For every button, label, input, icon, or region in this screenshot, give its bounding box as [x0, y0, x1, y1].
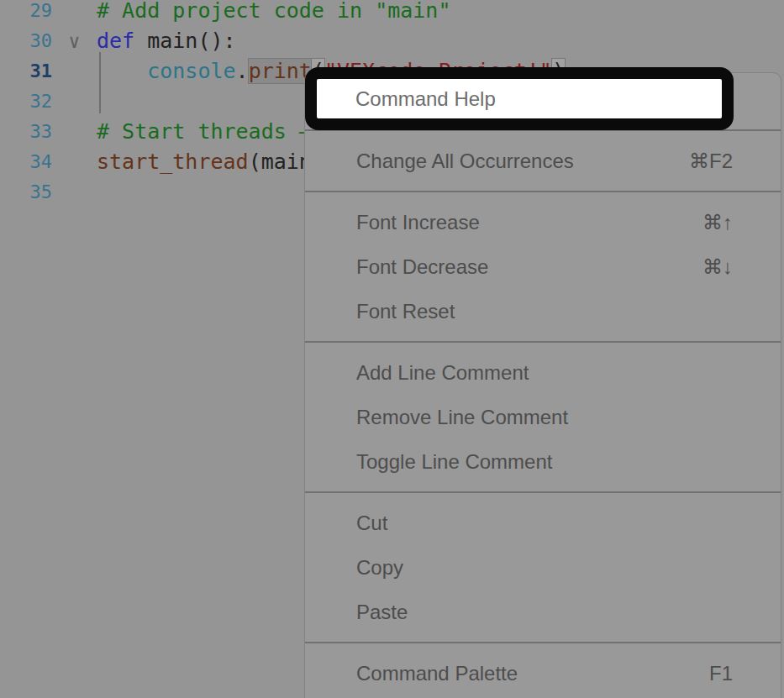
menu-divider — [305, 642, 781, 643]
fold-gutter — [52, 117, 97, 147]
menu-item-add-line-comment[interactable]: Add Line Comment — [305, 350, 781, 395]
code-text[interactable]: # Add project code in "main" — [97, 0, 450, 26]
menu-item-font-increase[interactable]: Font Increase⌘↑ — [305, 200, 781, 244]
token-function-highlighted: print — [249, 59, 312, 83]
menu-item-copy[interactable]: Copy — [305, 545, 781, 590]
token-comment: # Start threads — — [97, 119, 312, 144]
token-comment: # Add project code in "main" — [97, 0, 450, 23]
line-number[interactable]: 30 — [0, 26, 52, 56]
code-line[interactable]: 30∨def main(): — [0, 26, 565, 56]
screen: { "colors": { "pageBg": "#959595", "menu… — [0, 0, 784, 698]
menu-item-command-help-highlight[interactable]: Command Help — [305, 67, 734, 130]
menu-item-command-palette[interactable]: Command PaletteF1 — [305, 651, 781, 695]
line-number[interactable]: 32 — [0, 87, 52, 117]
fold-gutter — [52, 0, 97, 26]
menu-item-label: Font Increase — [356, 211, 480, 234]
context-menu: Command HelpChange All Occurrences⌘F2Fon… — [304, 72, 781, 698]
line-number[interactable]: 35 — [0, 177, 52, 207]
code-line[interactable]: 29# Add project code in "main" — [0, 0, 565, 26]
menu-item-shortcut: ⌘F2 — [689, 150, 733, 173]
token-type: console — [147, 59, 235, 83]
token-plain: main(): — [134, 29, 235, 53]
menu-item-toggle-line-comment[interactable]: Toggle Line Comment — [305, 439, 781, 484]
token-plain: . — [236, 59, 249, 83]
menu-item-paste[interactable]: Paste — [305, 590, 781, 634]
line-number-active[interactable]: 31 — [0, 56, 52, 87]
menu-divider — [305, 491, 781, 493]
menu-item-remove-line-comment[interactable]: Remove Line Comment — [305, 395, 781, 439]
menu-item-label: Command Palette — [356, 662, 518, 685]
fold-gutter — [52, 87, 97, 117]
menu-item-label: Add Line Comment — [356, 361, 529, 385]
menu-item-label: Font Reset — [356, 300, 455, 323]
indent-guide — [99, 52, 101, 113]
menu-item-label: Toggle Line Comment — [356, 450, 552, 474]
line-number[interactable]: 34 — [0, 147, 52, 177]
line-number[interactable]: 33 — [0, 117, 52, 147]
fold-gutter — [52, 56, 97, 87]
menu-item-cut[interactable]: Cut — [305, 501, 781, 545]
menu-item-font-reset[interactable]: Font Reset — [305, 289, 781, 333]
fold-chevron-icon[interactable]: ∨ — [52, 26, 97, 56]
line-number[interactable]: 29 — [0, 0, 52, 26]
menu-divider — [305, 191, 781, 192]
menu-item-font-decrease[interactable]: Font Decrease⌘↓ — [305, 244, 781, 289]
menu-divider — [305, 341, 781, 343]
menu-item-label: Paste — [356, 601, 408, 624]
menu-item-label: Remove Line Comment — [356, 406, 568, 429]
menu-item-label: Copy — [356, 556, 403, 580]
fold-gutter — [52, 147, 97, 177]
menu-item-label: Command Help — [355, 87, 496, 111]
fold-gutter — [52, 177, 97, 207]
menu-item-shortcut: ⌘↑ — [702, 211, 733, 234]
menu-item-label: Font Decrease — [356, 255, 488, 279]
menu-item-shortcut: F1 — [709, 662, 733, 685]
menu-item-change-all-occurrences[interactable]: Change All Occurrences⌘F2 — [305, 139, 781, 183]
menu-item-label: Change All Occurrences — [356, 150, 574, 173]
code-text[interactable]: def main(): — [97, 26, 236, 56]
code-text[interactable]: start_thread(main) — [97, 147, 324, 177]
menu-item-shortcut: ⌘↓ — [702, 255, 733, 279]
token-function: start_thread — [97, 150, 249, 174]
token-plain — [97, 59, 147, 83]
token-keyword: def — [97, 29, 134, 53]
menu-item-label: Cut — [356, 512, 387, 535]
code-text[interactable]: # Start threads — — [97, 117, 312, 147]
